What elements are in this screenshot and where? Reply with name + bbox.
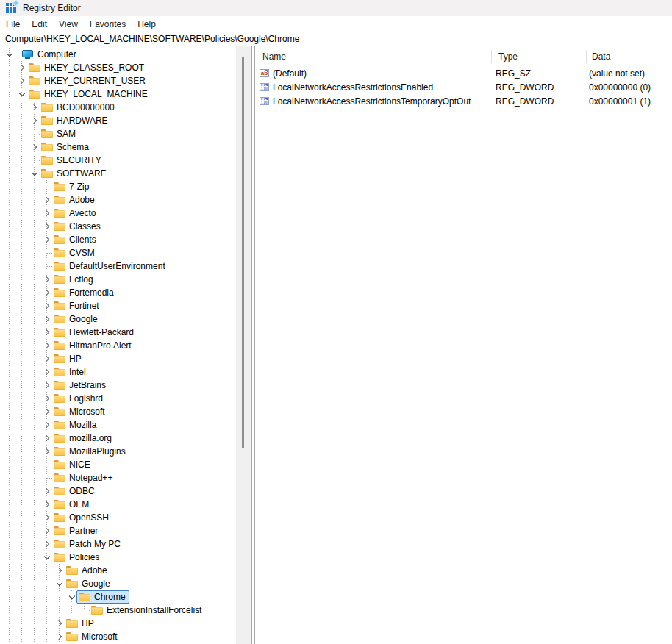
tree-item-avecto[interactable]: Avecto	[0, 207, 251, 220]
chevron-right-icon[interactable]	[40, 405, 53, 418]
chevron-right-icon[interactable]	[40, 379, 53, 392]
chevron-right-icon[interactable]	[40, 339, 53, 352]
tree-scrollbar-thumb[interactable]	[242, 57, 244, 448]
tree-node: MozillaPlugins	[51, 445, 129, 458]
chevron-right-icon[interactable]	[28, 114, 40, 127]
tree-item-schema[interactable]: Schema	[0, 140, 251, 154]
tree-item-hkey-current-user[interactable]: HKEY_CURRENT_USER	[0, 74, 251, 87]
tree-item-microsoft[interactable]: Microsoft	[0, 630, 251, 643]
chevron-right-icon[interactable]	[40, 220, 53, 233]
tree-item-logishrd[interactable]: Logishrd	[0, 392, 251, 405]
chevron-down-icon[interactable]	[28, 167, 40, 180]
column-header-name[interactable]: Name	[255, 46, 492, 66]
tree-item-defaultuserenvironment[interactable]: DefaultUserEnvironment	[0, 260, 251, 273]
chevron-right-icon[interactable]	[28, 101, 40, 114]
tree-item-adobe[interactable]: Adobe	[0, 564, 251, 577]
tree-item-hardware[interactable]: HARDWARE	[0, 114, 251, 127]
chevron-down-icon[interactable]	[15, 87, 28, 101]
tree-item-software[interactable]: SOFTWARE	[0, 167, 251, 180]
title-bar[interactable]: Registry Editor	[0, 0, 672, 16]
tree-item-google[interactable]: Google	[0, 312, 251, 326]
chevron-right-icon[interactable]	[40, 193, 53, 207]
chevron-right-icon[interactable]	[40, 299, 53, 312]
menu-item-help[interactable]: Help	[132, 19, 162, 29]
tree-item-bcd00000000[interactable]: BCD00000000	[0, 101, 251, 114]
tree-item-nice[interactable]: NICE	[0, 458, 251, 471]
menu-item-view[interactable]: View	[53, 19, 84, 29]
chevron-right-icon[interactable]	[40, 326, 53, 339]
chevron-right-icon[interactable]	[53, 630, 65, 643]
tree-item-odbc[interactable]: ODBC	[0, 484, 251, 498]
tree-scrollbar[interactable]	[236, 46, 251, 644]
chevron-right-icon[interactable]	[40, 233, 53, 246]
column-header-type[interactable]: Type	[492, 46, 587, 66]
tree-item-openssh[interactable]: OpenSSH	[0, 511, 251, 524]
tree-item-chrome[interactable]: Chrome	[0, 590, 251, 604]
menu-item-file[interactable]: File	[0, 19, 26, 29]
tree-item-mozillaplugins[interactable]: MozillaPlugins	[0, 445, 251, 458]
tree-item-clients[interactable]: Clients	[0, 233, 251, 246]
tree-item-hkey-local-machine[interactable]: HKEY_LOCAL_MACHINE	[0, 87, 251, 101]
tree-guide-line	[15, 524, 28, 537]
tree-item-patch-my-pc[interactable]: Patch My PC	[0, 537, 251, 551]
tree-item-hp[interactable]: HP	[0, 352, 251, 365]
chevron-right-icon[interactable]	[40, 511, 53, 524]
chevron-right-icon[interactable]	[40, 432, 53, 445]
chevron-right-icon[interactable]	[40, 418, 53, 432]
chevron-right-icon[interactable]	[40, 286, 53, 299]
chevron-down-icon[interactable]	[53, 577, 65, 590]
tree-item-7-zip[interactable]: 7-Zip	[0, 180, 251, 193]
chevron-right-icon[interactable]	[40, 207, 53, 220]
tree-item-cvsm[interactable]: CVSM	[0, 246, 251, 260]
tree-item-extensioninstallforcelist[interactable]: ExtensionInstallForcelist	[0, 604, 251, 617]
chevron-right-icon[interactable]	[40, 498, 53, 511]
menu-item-edit[interactable]: Edit	[26, 19, 53, 29]
menu-item-favorites[interactable]: Favorites	[84, 19, 132, 29]
computer-icon	[22, 50, 34, 60]
tree-item-partner[interactable]: Partner	[0, 524, 251, 537]
tree-item-hp[interactable]: HP	[0, 617, 251, 630]
chevron-right-icon[interactable]	[40, 537, 53, 551]
chevron-right-icon[interactable]	[40, 524, 53, 537]
tree-item-microsoft[interactable]: Microsoft	[0, 405, 251, 418]
tree-item-fctlog[interactable]: Fctlog	[0, 273, 251, 286]
chevron-down-icon[interactable]	[40, 551, 53, 564]
tree-item-mozilla[interactable]: Mozilla	[0, 418, 251, 432]
tree-item-notepad-[interactable]: Notepad++	[0, 471, 251, 484]
tree-item-mozilla-org[interactable]: mozilla.org	[0, 432, 251, 445]
tree-item-hitmanpro-alert[interactable]: HitmanPro.Alert	[0, 339, 251, 352]
tree-item-adobe[interactable]: Adobe	[0, 193, 251, 207]
tree-item-fortinet[interactable]: Fortinet	[0, 299, 251, 312]
chevron-right-icon[interactable]	[40, 312, 53, 326]
chevron-right-icon[interactable]	[40, 445, 53, 458]
tree-item-classes[interactable]: Classes	[0, 220, 251, 233]
chevron-down-icon[interactable]	[65, 590, 78, 604]
chevron-right-icon[interactable]	[40, 273, 53, 286]
chevron-right-icon[interactable]	[15, 61, 28, 74]
tree-item-policies[interactable]: Policies	[0, 551, 251, 564]
chevron-right-icon[interactable]	[53, 617, 65, 630]
tree-item-fortemedia[interactable]: Fortemedia	[0, 286, 251, 299]
tree-item-security[interactable]: SECURITY	[0, 154, 251, 167]
table-row[interactable]: LocalNetworkAccessRestrictionsEnabledREG…	[255, 80, 672, 94]
column-header-data[interactable]: Data	[587, 46, 672, 66]
chevron-right-icon[interactable]	[40, 484, 53, 498]
tree-item-sam[interactable]: SAM	[0, 127, 251, 140]
tree-item-jetbrains[interactable]: JetBrains	[0, 379, 251, 392]
chevron-down-icon[interactable]	[3, 48, 15, 61]
tree-item-oem[interactable]: OEM	[0, 498, 251, 511]
chevron-right-icon[interactable]	[40, 352, 53, 365]
chevron-right-icon[interactable]	[40, 392, 53, 405]
chevron-right-icon[interactable]	[53, 564, 65, 577]
chevron-right-icon[interactable]	[40, 365, 53, 379]
address-input[interactable]	[0, 33, 672, 45]
tree-item-google[interactable]: Google	[0, 577, 251, 590]
chevron-right-icon[interactable]	[15, 74, 28, 87]
tree-item-hkey-classes-root[interactable]: HKEY_CLASSES_ROOT	[0, 61, 251, 74]
table-row[interactable]: (Default)REG_SZ(value not set)	[255, 66, 672, 80]
tree-item-intel[interactable]: Intel	[0, 365, 251, 379]
tree-item-computer[interactable]: Computer	[0, 48, 251, 61]
chevron-right-icon[interactable]	[28, 140, 40, 154]
table-row[interactable]: LocalNetworkAccessRestrictionsTemporaryO…	[255, 94, 672, 108]
tree-item-hewlett-packard[interactable]: Hewlett-Packard	[0, 326, 251, 339]
